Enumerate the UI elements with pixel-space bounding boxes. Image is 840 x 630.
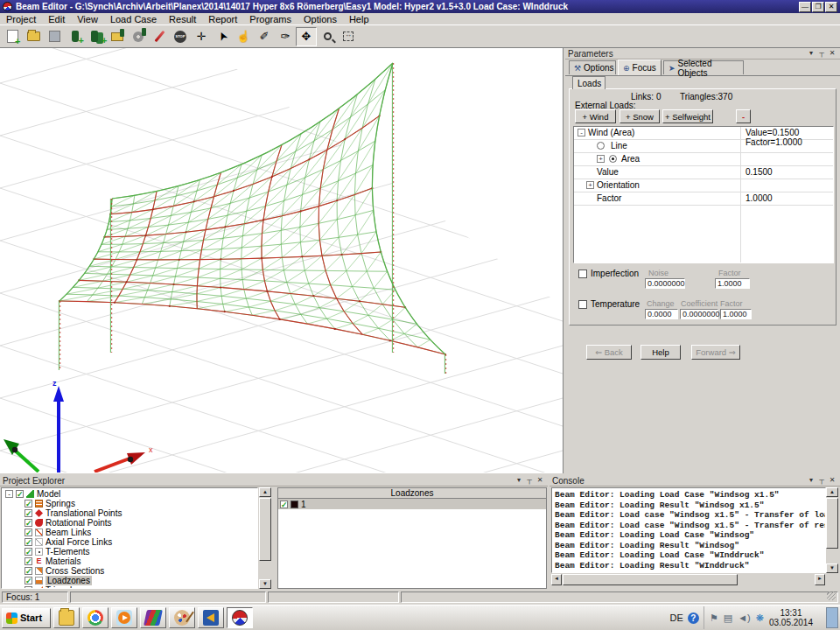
resize-grip[interactable] — [827, 592, 836, 600]
scroll-right-icon[interactable]: ► — [815, 574, 825, 585]
taskbar-explorer[interactable] — [53, 607, 80, 628]
stop-button[interactable]: STOP — [170, 27, 191, 46]
noise-field[interactable]: 0.0000000 — [645, 278, 685, 289]
checkbox[interactable]: ✓ — [24, 557, 32, 565]
help-icon[interactable]: ? — [688, 612, 699, 624]
help-button[interactable]: Help — [640, 345, 681, 360]
expander-icon[interactable]: - — [578, 129, 585, 136]
menu-edit[interactable]: Edit — [42, 14, 71, 24]
tree-item-triangles[interactable]: ✓Triangles — [2, 585, 257, 589]
tab-focus[interactable]: ⊕ Focus — [618, 60, 662, 75]
radio-line[interactable] — [597, 142, 605, 150]
project-explorer-title-bar[interactable]: Project Explorer ▾ ┬ ✕ — [0, 475, 548, 486]
add-load-button[interactable] — [65, 27, 86, 46]
loadzone-checkbox[interactable]: ✓ — [280, 500, 288, 508]
restore-button[interactable]: ❐ — [812, 2, 824, 12]
red-pen-button[interactable] — [149, 27, 170, 46]
scroll-thumb[interactable] — [259, 498, 271, 561]
checkbox[interactable]: ✓ — [16, 490, 24, 498]
taskbar-color-app[interactable] — [140, 607, 166, 628]
menu-report[interactable]: Report — [202, 14, 243, 24]
scroll-up-icon[interactable]: ▲ — [259, 487, 271, 497]
scroll-left-icon[interactable]: ◄ — [551, 574, 562, 585]
zoom-window-button[interactable] — [317, 27, 338, 46]
panel-menu-icon[interactable]: ▾ — [806, 49, 816, 58]
close-icon[interactable]: ✕ — [827, 476, 837, 485]
scroll-down-icon[interactable]: ▼ — [826, 564, 838, 573]
checkbox[interactable]: ✓ — [24, 500, 32, 508]
menu-project[interactable]: Project — [0, 14, 42, 24]
flag-icon[interactable]: ⚑ — [710, 613, 718, 623]
tab-options[interactable]: ⚒ Options — [569, 60, 616, 74]
checkbox[interactable]: ✓ — [24, 528, 32, 536]
scroll-thumb[interactable] — [826, 498, 838, 549]
draw-line2-button[interactable]: ✑ — [275, 27, 296, 46]
open-button[interactable] — [23, 27, 44, 46]
draw-line-button[interactable]: ✐ — [254, 27, 275, 46]
imperfection-factor-field[interactable]: 1.0000 — [715, 278, 750, 289]
temperature-checkbox[interactable] — [578, 300, 587, 309]
add-loads-button[interactable] — [86, 27, 107, 46]
add-snow-button[interactable]: + Snow — [620, 109, 660, 123]
scroll-up-icon[interactable]: ▲ — [826, 487, 838, 497]
load-tree[interactable]: -Wind (Area)Value=0.1500 Factor=1.0000Li… — [573, 126, 834, 263]
security-shield-icon[interactable]: ❋ — [756, 613, 764, 623]
close-button[interactable]: ✕ — [825, 2, 837, 12]
menu-options[interactable]: Options — [298, 14, 343, 24]
load-settings-button[interactable] — [128, 27, 149, 46]
network-icon[interactable]: ▤ — [724, 613, 732, 623]
checkbox[interactable]: ✓ — [24, 577, 32, 584]
pin-icon[interactable]: ┬ — [816, 476, 827, 485]
tab-loads[interactable]: Loads — [572, 76, 606, 89]
menu-view[interactable]: View — [71, 14, 104, 24]
panel-menu-icon[interactable]: ▾ — [806, 476, 816, 485]
taskbar-paint[interactable] — [169, 607, 195, 628]
tree-item-translational-points[interactable]: ✓Translational Points — [2, 508, 257, 518]
expander-icon[interactable]: - — [5, 490, 13, 498]
viewport-3d[interactable]: zx — [0, 48, 564, 473]
taskbar-chrome[interactable] — [82, 607, 108, 628]
panel-menu-icon[interactable]: ▾ — [514, 476, 524, 485]
tree-item-model[interactable]: -✓Model — [2, 489, 257, 499]
taskbar-viewer[interactable] — [198, 607, 224, 628]
scroll-down-icon[interactable]: ▼ — [259, 579, 271, 589]
checkbox[interactable]: ✓ — [24, 548, 32, 556]
tree-item-rotational-points[interactable]: ✓Rotational Points — [2, 518, 257, 528]
tree-item-materials[interactable]: ✓EMaterials — [2, 556, 257, 566]
close-icon[interactable]: ✕ — [535, 476, 545, 485]
load-tree-row[interactable]: Line — [574, 140, 833, 153]
add-selfweight-button[interactable]: + Selfweight — [662, 109, 713, 123]
loadzones-list[interactable]: ✓ 1 — [277, 499, 547, 589]
taskbar-beam-editor[interactable] — [227, 607, 253, 628]
console-title-bar[interactable]: Console ▾ ┬ ✕ — [550, 475, 840, 486]
forward-button[interactable]: Forward ⇒ — [691, 345, 740, 360]
coefficient-field[interactable]: 0.0000000 — [680, 309, 718, 319]
console-vscrollbar[interactable]: ▲ ▼ — [826, 487, 838, 573]
menu-load-case[interactable]: Load Case — [104, 14, 163, 24]
menu-help[interactable]: Help — [343, 14, 375, 24]
zoom-extents-button[interactable] — [338, 27, 359, 46]
pan-hand-button[interactable]: ☝ — [233, 27, 254, 46]
loadzone-row[interactable]: ✓ 1 — [278, 499, 546, 509]
language-indicator[interactable]: DE — [670, 612, 683, 623]
taskbar-media-player[interactable] — [111, 607, 137, 628]
tree-item-axial-force-links[interactable]: ✓Axial Force Links — [2, 537, 257, 547]
move-view-button[interactable]: ✛ — [191, 27, 212, 46]
pin-icon[interactable]: ┬ — [816, 49, 827, 58]
console-output[interactable]: Beam Editor: Loading Load Case "Windsog … — [551, 487, 826, 573]
imperfection-checkbox[interactable] — [578, 270, 587, 278]
scroll-thumb[interactable] — [563, 574, 738, 585]
clock[interactable]: 13:31 03.05.2014 — [769, 608, 813, 627]
checkbox[interactable]: ✓ — [24, 567, 32, 575]
speaker-icon[interactable]: ◄) — [738, 613, 751, 623]
add-wind-button[interactable]: + Wind — [575, 109, 616, 123]
checkbox[interactable]: ✓ — [24, 586, 32, 589]
project-explorer-scrollbar[interactable]: ▲ ▼ — [259, 487, 271, 589]
load-tree-row[interactable]: +Area — [574, 153, 833, 166]
minimize-button[interactable]: — — [799, 2, 811, 12]
checkbox[interactable]: ✓ — [24, 519, 32, 527]
orbit-view-button[interactable]: ✥ — [296, 27, 317, 46]
project-explorer-tree[interactable]: -✓Model✓Springs✓Translational Points✓Rot… — [1, 487, 258, 589]
radio-area[interactable] — [609, 155, 617, 163]
menu-programs[interactable]: Programs — [243, 14, 298, 24]
